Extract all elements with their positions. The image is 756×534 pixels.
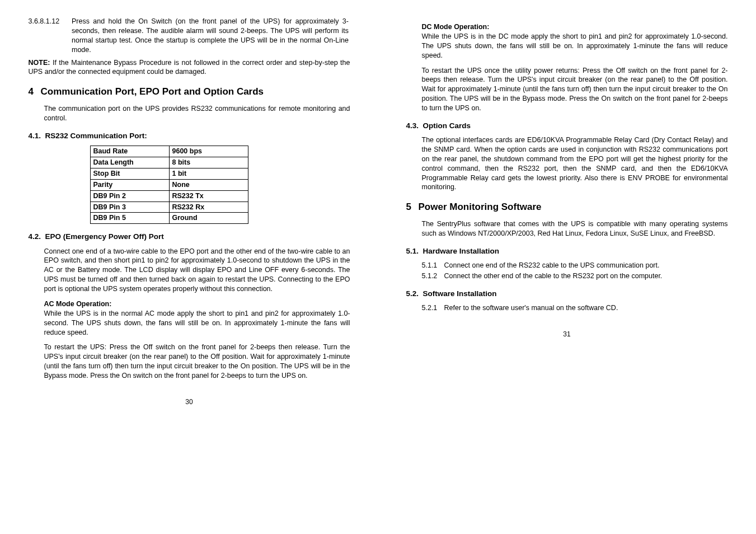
list-item: 5.1.1Connect one end of the RS232 cable … xyxy=(422,261,728,270)
subsection-4-3-body: The optional interfaces cards are ED6/10… xyxy=(422,135,728,192)
subsection-number: 4.3. xyxy=(406,121,423,131)
dc-mode-heading: DC Mode Operation: xyxy=(422,22,728,32)
table-cell: Parity xyxy=(90,179,169,190)
page-number: 31 xyxy=(406,330,728,339)
section-title: Communication Port, EPO Port and Option … xyxy=(41,86,264,97)
table-row: DB9 Pin 2RS232 Tx xyxy=(90,190,248,202)
table-row: DB9 Pin 3RS232 Rx xyxy=(90,202,248,213)
ac-mode-body-2: To restart the UPS: Press the Off switch… xyxy=(44,343,350,381)
subsection-title: Option Cards xyxy=(423,121,471,130)
list-number: 5.2.1 xyxy=(422,303,444,313)
subsection-5-2-heading: 5.2.Software Installation xyxy=(406,289,728,299)
table-cell: None xyxy=(169,179,248,190)
table-row: Stop Bit1 bit xyxy=(90,168,248,179)
numbered-paragraph: 3.6.8.1.12 Press and hold the On Switch … xyxy=(29,17,350,55)
table-row: ParityNone xyxy=(90,179,248,190)
table-row: Data Length8 bits xyxy=(90,157,248,168)
table-cell: DB9 Pin 5 xyxy=(90,213,169,224)
table-row: DB9 Pin 5Ground xyxy=(90,213,248,224)
dc-mode-body-2: To restart the UPS once the utility powe… xyxy=(422,66,728,113)
subsection-number: 5.2. xyxy=(406,289,423,299)
table-cell: 1 bit xyxy=(169,168,248,179)
ac-mode-heading: AC Mode Operation: xyxy=(44,299,350,309)
para-text: Press and hold the On Switch (on the fro… xyxy=(72,17,349,55)
page-left: 3.6.8.1.12 Press and hold the On Switch … xyxy=(1,0,378,418)
para-number: 3.6.8.1.12 xyxy=(29,17,70,26)
subsection-number: 4.2. xyxy=(29,232,45,242)
table-cell: 9600 bps xyxy=(169,146,248,157)
subsection-number: 4.1. xyxy=(29,131,45,141)
list-number: 5.1.2 xyxy=(422,271,444,281)
section-4-body: The communication port on the UPS provid… xyxy=(44,104,350,123)
list-text: Connect the other end of the cable to th… xyxy=(444,272,663,280)
table-cell: 8 bits xyxy=(169,157,248,168)
subsection-4-2-heading: 4.2.EPO (Emergency Power Off) Port xyxy=(29,232,350,242)
list-item: 5.1.2Connect the other end of the cable … xyxy=(422,271,728,281)
subsection-4-3-heading: 4.3.Option Cards xyxy=(406,121,728,131)
section-number: 5 xyxy=(406,201,419,214)
table-cell: Data Length xyxy=(90,157,169,168)
dc-mode-body-1: While the UPS is in the DC mode apply th… xyxy=(422,32,728,60)
table-cell: DB9 Pin 2 xyxy=(90,190,169,202)
subsection-4-1-heading: 4.1.RS232 Communication Port: xyxy=(29,131,350,141)
page-right: DC Mode Operation: While the UPS is in t… xyxy=(378,0,756,418)
table-cell: Stop Bit xyxy=(90,168,169,179)
note-paragraph: NOTE: If the Maintenance Bypass Procedur… xyxy=(29,58,350,77)
section-5-body: The SentryPlus software that comes with … xyxy=(422,219,728,238)
subsection-5-1-heading: 5.1.Hardware Installation xyxy=(406,246,728,256)
subsection-title: Software Installation xyxy=(423,289,497,298)
list-text: Refer to the software user's manual on t… xyxy=(444,304,618,312)
list-item: 5.2.1Refer to the software user's manual… xyxy=(422,303,728,313)
rs232-spec-table: Baud Rate9600 bps Data Length8 bits Stop… xyxy=(90,146,248,224)
subsection-number: 5.1. xyxy=(406,246,423,256)
list-text: Connect one end of the RS232 cable to th… xyxy=(444,261,660,269)
table-cell: RS232 Rx xyxy=(169,202,248,213)
table-row: Baud Rate9600 bps xyxy=(90,146,248,157)
section-5-heading: 5Power Monitoring Software xyxy=(406,201,728,214)
table-cell: Baud Rate xyxy=(90,146,169,157)
section-title: Power Monitoring Software xyxy=(419,202,542,212)
list-number: 5.1.1 xyxy=(422,261,444,270)
subsection-title: EPO (Emergency Power Off) Port xyxy=(45,232,164,241)
note-text: If the Maintenance Bypass Procedure is n… xyxy=(29,59,350,76)
subsection-title: Hardware Installation xyxy=(423,247,500,255)
subsection-4-2-body: Connect one end of a two-wire cable to t… xyxy=(44,247,350,294)
table-cell: DB9 Pin 3 xyxy=(90,202,169,213)
table-cell: RS232 Tx xyxy=(169,190,248,202)
section-4-heading: 4Communication Port, EPO Port and Option… xyxy=(29,86,350,99)
page-number: 30 xyxy=(29,397,350,406)
section-number: 4 xyxy=(29,86,41,99)
note-label: NOTE: xyxy=(29,59,50,67)
subsection-title: RS232 Communication Port: xyxy=(45,132,147,140)
table-cell: Ground xyxy=(169,213,248,224)
ac-mode-body-1: While the UPS is in the normal AC mode a… xyxy=(44,309,350,338)
